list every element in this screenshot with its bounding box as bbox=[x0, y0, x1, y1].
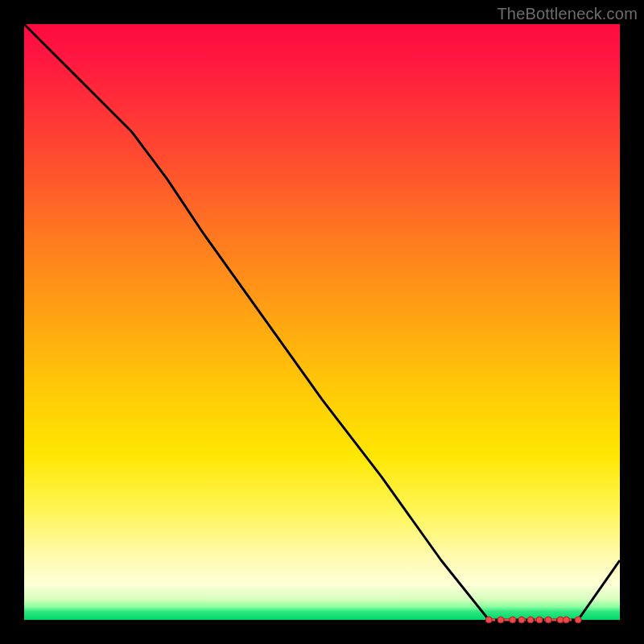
data-marker bbox=[536, 617, 543, 623]
data-marker bbox=[485, 617, 492, 623]
data-marker bbox=[527, 617, 534, 623]
data-marker bbox=[575, 617, 581, 623]
data-marker bbox=[563, 617, 569, 623]
chart-overlay bbox=[24, 24, 620, 620]
data-line bbox=[24, 24, 620, 620]
data-marker bbox=[497, 617, 504, 623]
data-marker bbox=[545, 617, 551, 623]
data-marker bbox=[557, 617, 564, 623]
watermark-text: TheBottleneck.com bbox=[497, 5, 638, 23]
data-marker bbox=[518, 617, 525, 623]
data-marker bbox=[510, 617, 516, 623]
data-markers bbox=[485, 617, 581, 623]
